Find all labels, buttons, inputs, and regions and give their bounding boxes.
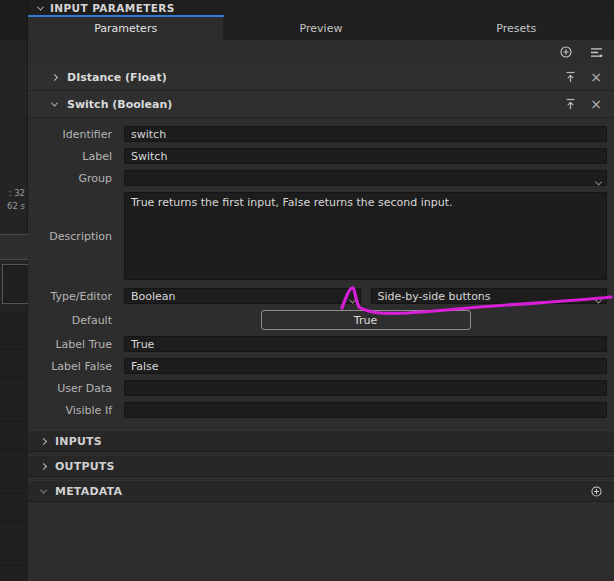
add-parameter-button[interactable]	[558, 44, 574, 60]
identifier-row: Identifier	[28, 126, 607, 142]
expose-parameter-button[interactable]	[562, 96, 578, 112]
left-panel-row	[0, 234, 28, 260]
visible-if-input[interactable]	[124, 402, 607, 418]
export-up-icon	[565, 71, 576, 83]
chevron-down-icon	[596, 176, 601, 189]
section-metadata[interactable]: METADATA	[28, 480, 614, 502]
default-true-button[interactable]: True	[261, 310, 471, 330]
default-label: Default	[28, 314, 124, 327]
sort-menu-icon	[590, 47, 603, 58]
parameter-row-switch[interactable]: Switch (Boolean) ×	[28, 91, 614, 118]
user-data-input[interactable]	[124, 380, 607, 396]
label-false-row: Label False	[28, 358, 607, 374]
panel-tab-input-parameters[interactable]: INPUT PARAMETERS	[28, 0, 224, 16]
label-true-row: Label True	[28, 336, 607, 352]
chevron-down-icon	[37, 3, 44, 10]
tab-parameters-label: Parameters	[94, 22, 157, 35]
type-editor-row: Type/Editor Boolean Side-by-side buttons	[28, 288, 607, 304]
label-label: Label	[28, 150, 124, 163]
chevron-right-icon	[40, 437, 47, 444]
label-false-input[interactable]	[124, 358, 607, 374]
group-dropdown[interactable]	[124, 170, 607, 186]
group-label: Group	[28, 172, 124, 185]
add-metadata-button[interactable]	[588, 483, 604, 499]
active-panel-indicator	[28, 15, 224, 17]
add-circle-icon	[591, 486, 602, 497]
input-parameters-panel: : 32 62 s INPUT PARAMETERS Parameters Pr…	[0, 0, 614, 581]
tab-presets-label: Presets	[496, 22, 536, 35]
description-row: Description True returns the first input…	[28, 192, 607, 280]
panel-title: INPUT PARAMETERS	[50, 2, 175, 14]
delete-parameter-button[interactable]: ×	[588, 96, 604, 112]
section-metadata-label: METADATA	[55, 485, 122, 498]
panel-main: INPUT PARAMETERS Parameters Preview Pres…	[28, 0, 614, 581]
section-outputs-label: OUTPUTS	[55, 460, 115, 473]
editor-dropdown-value: Side-by-side buttons	[378, 290, 491, 303]
close-icon: ×	[590, 97, 602, 111]
parameter-name: Switch (Boolean)	[67, 98, 172, 111]
left-panel-header-edge	[0, 0, 27, 40]
section-outputs[interactable]: OUTPUTS	[28, 455, 614, 477]
left-panel-thumbnail	[2, 264, 28, 304]
visible-if-row: Visible If	[28, 402, 607, 418]
parameter-name: DIstance (Float)	[67, 71, 167, 84]
parameters-toolbar	[28, 40, 614, 64]
tab-bar: Parameters Preview Presets	[28, 16, 614, 40]
tab-preview-label: Preview	[300, 22, 343, 35]
identifier-label: Identifier	[28, 128, 124, 141]
label-input[interactable]	[124, 148, 607, 164]
type-dropdown-value: Boolean	[131, 290, 176, 303]
section-list: INPUTS OUTPUTS METADATA	[28, 430, 614, 502]
user-data-row: User Data	[28, 380, 607, 396]
tab-presets[interactable]: Presets	[419, 16, 614, 40]
left-panel-clipped-text: 62 s	[0, 201, 25, 211]
tab-parameters[interactable]: Parameters	[28, 16, 223, 40]
section-inputs-label: INPUTS	[55, 435, 102, 448]
editor-dropdown[interactable]: Side-by-side buttons	[371, 288, 608, 304]
parameter-menu-button[interactable]	[588, 44, 604, 60]
identifier-input[interactable]	[124, 126, 607, 142]
expose-parameter-button[interactable]	[562, 69, 578, 85]
chevron-down-icon	[40, 486, 47, 493]
add-circle-icon	[560, 46, 572, 58]
delete-parameter-button[interactable]: ×	[588, 69, 604, 85]
chevron-down-icon	[596, 294, 601, 307]
description-label: Description	[28, 230, 124, 243]
type-editor-label: Type/Editor	[28, 290, 124, 303]
label-row: Label	[28, 148, 607, 164]
description-textarea[interactable]: True returns the first input, False retu…	[124, 192, 607, 280]
parameter-row-distance[interactable]: DIstance (Float) ×	[28, 64, 614, 91]
group-row: Group	[28, 170, 607, 186]
label-true-label: Label True	[28, 338, 124, 351]
chevron-right-icon	[51, 73, 58, 80]
left-panel-grid	[0, 310, 28, 581]
chevron-down-icon	[350, 294, 355, 307]
export-up-icon	[565, 98, 576, 110]
user-data-label: User Data	[28, 382, 124, 395]
default-row: Default True	[28, 310, 607, 330]
close-icon: ×	[590, 70, 602, 84]
tab-preview[interactable]: Preview	[223, 16, 418, 40]
visible-if-label: Visible If	[28, 404, 124, 417]
type-dropdown[interactable]: Boolean	[124, 288, 361, 304]
default-true-button-label: True	[354, 314, 377, 327]
chevron-down-icon	[51, 99, 58, 106]
left-panel-edge: : 32 62 s	[0, 0, 28, 581]
panel-header: INPUT PARAMETERS	[28, 0, 614, 16]
left-panel-clipped-text: : 32	[0, 188, 25, 198]
chevron-right-icon	[40, 462, 47, 469]
label-true-input[interactable]	[124, 336, 607, 352]
label-false-label: Label False	[28, 360, 124, 373]
section-inputs[interactable]: INPUTS	[28, 430, 614, 452]
switch-parameter-form: Identifier Label Group Description	[28, 118, 614, 418]
